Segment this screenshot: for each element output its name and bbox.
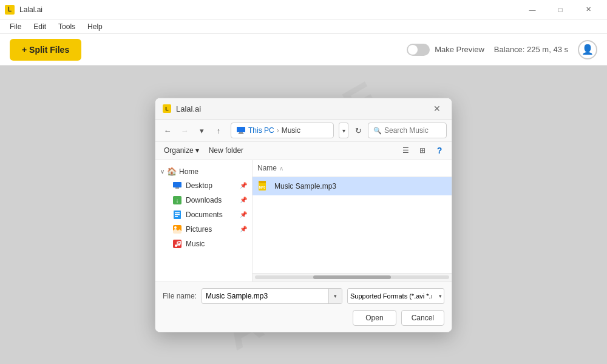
sidebar-downloads-label: Downloads bbox=[186, 196, 222, 204]
search-icon: 🔍 bbox=[373, 127, 382, 135]
app-icon: L bbox=[5, 5, 15, 15]
dialog-file-area: Name ∧ MP3 bbox=[253, 160, 452, 281]
nav-refresh-button[interactable]: ↻ bbox=[351, 123, 365, 138]
make-preview-toggle[interactable] bbox=[407, 44, 430, 56]
search-input[interactable] bbox=[384, 126, 441, 135]
nav-dropdown-button[interactable]: ▾ bbox=[194, 123, 209, 138]
make-preview-label: Make Preview bbox=[435, 45, 484, 54]
documents-icon bbox=[172, 210, 182, 220]
sidebar-documents-label: Documents bbox=[186, 211, 223, 219]
menu-edit[interactable]: Edit bbox=[29, 21, 51, 32]
nav-back-button[interactable]: ← bbox=[160, 123, 175, 138]
svg-rect-9 bbox=[175, 214, 180, 215]
cancel-button[interactable]: Cancel bbox=[401, 310, 444, 326]
music-icon bbox=[172, 239, 182, 249]
account-button[interactable]: 👤 bbox=[578, 40, 597, 59]
nav-up-button[interactable]: ↑ bbox=[211, 123, 226, 138]
dialog-footer: File name: ▾ Supported Formats (*.avi *.… bbox=[155, 281, 452, 332]
app-window: L Lalal.ai — □ ✕ File Edit Tools Help + … bbox=[0, 0, 607, 364]
view-help-button[interactable]: ? bbox=[432, 144, 447, 157]
breadcrumb-this-pc[interactable]: This PC bbox=[248, 126, 274, 135]
file-name-input[interactable] bbox=[202, 288, 342, 304]
view-tiles-button[interactable]: ⊞ bbox=[415, 144, 430, 157]
svg-rect-2 bbox=[238, 133, 244, 134]
file-name-row: File name: ▾ Supported Formats (*.avi *.… bbox=[163, 288, 444, 304]
search-box: 🔍 bbox=[368, 123, 447, 138]
dialog-toolbar: Organize ▾ New folder ☰ ⊞ ? bbox=[155, 142, 452, 160]
toolbar: + Split Files Make Preview Balance: 225 … bbox=[0, 34, 607, 66]
sidebar-item-downloads[interactable]: ↓ Downloads 📌 bbox=[155, 193, 252, 207]
breadcrumb-bar: This PC › Music bbox=[231, 123, 334, 138]
sidebar-item-desktop[interactable]: Desktop 📌 bbox=[155, 178, 252, 193]
menu-tools[interactable]: Tools bbox=[53, 21, 80, 32]
file-list: MP3 Music Sample.mp3 bbox=[253, 177, 452, 273]
sidebar-item-music[interactable]: Music bbox=[155, 237, 252, 251]
dialog-close-button[interactable]: ✕ bbox=[430, 101, 444, 116]
pin-icon-pictures: 📌 bbox=[240, 226, 247, 232]
menu-bar: File Edit Tools Help bbox=[0, 19, 607, 34]
downloads-icon: ↓ bbox=[172, 195, 182, 205]
file-list-header: Name ∧ bbox=[253, 160, 452, 177]
dialog-overlay: L Lalal.ai ✕ ← → ▾ ↑ bbox=[0, 66, 607, 364]
file-type-wrapper: Supported Formats (*.avi *.mkv ▾ bbox=[347, 288, 444, 304]
desktop-icon bbox=[172, 181, 182, 190]
sidebar-item-pictures[interactable]: Pictures 📌 bbox=[155, 222, 252, 237]
pin-icon: 📌 bbox=[240, 182, 247, 189]
dialog-app-icon: L bbox=[163, 104, 171, 113]
svg-point-12 bbox=[174, 226, 177, 229]
sidebar-music-label: Music bbox=[186, 240, 205, 248]
expand-icon: ∨ bbox=[160, 168, 164, 175]
sidebar-desktop-label: Desktop bbox=[186, 181, 212, 190]
dialog-body: ∨ 🏠 Home Desktop 📌 bbox=[155, 160, 452, 281]
svg-text:MP3: MP3 bbox=[259, 186, 266, 189]
file-name-dropdown-button[interactable]: ▾ bbox=[328, 289, 342, 303]
sort-icon: ∧ bbox=[279, 165, 283, 172]
svg-rect-3 bbox=[173, 182, 181, 187]
column-name: Name ∧ bbox=[257, 164, 283, 172]
split-files-button[interactable]: + Split Files bbox=[10, 39, 81, 61]
pin-icon-downloads: 📌 bbox=[240, 197, 247, 203]
file-name: Music Sample.mp3 bbox=[274, 182, 447, 190]
open-button[interactable]: Open bbox=[353, 310, 396, 326]
svg-rect-17 bbox=[259, 181, 266, 183]
file-scrollbar[interactable] bbox=[253, 273, 452, 281]
file-dialog: L Lalal.ai ✕ ← → ▾ ↑ bbox=[155, 98, 452, 332]
view-list-button[interactable]: ☰ bbox=[398, 144, 413, 157]
svg-rect-8 bbox=[175, 212, 180, 214]
sidebar-item-documents[interactable]: Documents 📌 bbox=[155, 207, 252, 222]
scrollbar-thumb[interactable] bbox=[313, 275, 391, 279]
new-folder-button[interactable]: New folder bbox=[205, 145, 247, 156]
breadcrumb-dropdown-button[interactable]: ▾ bbox=[339, 123, 348, 138]
file-type-select[interactable]: Supported Formats (*.avi *.mkv bbox=[347, 288, 444, 304]
dialog-nav-bar: ← → ▾ ↑ This PC › Music bbox=[155, 120, 452, 142]
svg-rect-4 bbox=[175, 187, 179, 189]
nav-forward-button[interactable]: → bbox=[177, 123, 192, 138]
menu-help[interactable]: Help bbox=[83, 21, 107, 32]
app-title: Lalal.ai bbox=[19, 5, 42, 14]
dialog-toolbar-right: ☰ ⊞ ? bbox=[398, 144, 447, 157]
title-bar-left: L Lalal.ai bbox=[5, 5, 42, 15]
svg-text:↓: ↓ bbox=[176, 197, 179, 204]
svg-rect-10 bbox=[175, 216, 178, 217]
organize-button[interactable]: Organize ▾ bbox=[160, 145, 203, 156]
file-name-label: File name: bbox=[163, 292, 197, 300]
sidebar-pictures-label: Pictures bbox=[186, 225, 212, 234]
sidebar-home-header[interactable]: ∨ 🏠 Home bbox=[155, 165, 252, 178]
pictures-icon bbox=[172, 224, 182, 234]
mp3-file-icon: MP3 bbox=[257, 180, 270, 192]
dialog-toolbar-left: Organize ▾ New folder bbox=[160, 145, 247, 156]
dialog-title-left: L Lalal.ai bbox=[163, 104, 201, 113]
home-icon: 🏠 bbox=[167, 167, 177, 177]
svg-rect-0 bbox=[237, 127, 245, 132]
menu-file[interactable]: File bbox=[5, 21, 26, 32]
dialog-title-bar: L Lalal.ai ✕ bbox=[155, 98, 452, 120]
close-button[interactable]: ✕ bbox=[574, 0, 602, 19]
file-row[interactable]: MP3 Music Sample.mp3 bbox=[253, 177, 452, 195]
dialog-sidebar: ∨ 🏠 Home Desktop 📌 bbox=[155, 160, 253, 281]
scrollbar-track[interactable] bbox=[255, 275, 449, 279]
maximize-button[interactable]: □ bbox=[546, 0, 574, 19]
title-bar-controls: — □ ✕ bbox=[518, 0, 602, 19]
dialog-footer-buttons: Open Cancel bbox=[163, 310, 444, 326]
minimize-button[interactable]: — bbox=[518, 0, 546, 19]
file-name-input-wrapper: ▾ bbox=[202, 288, 342, 304]
